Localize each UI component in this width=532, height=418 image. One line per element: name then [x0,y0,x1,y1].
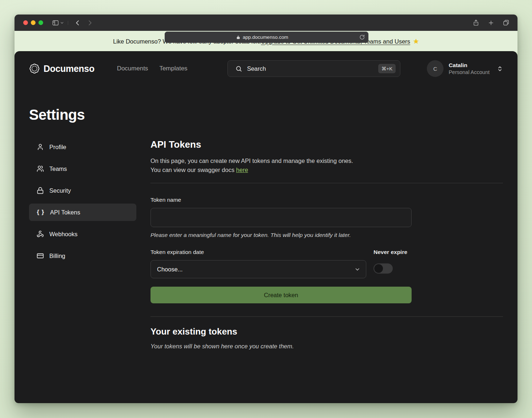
forward-button[interactable] [86,19,94,26]
sidebar-item-label: Billing [49,253,65,259]
search-shortcut-badge: ⌘+K [378,64,396,73]
section-heading: API Tokens [150,139,503,150]
token-name-input[interactable] [150,208,412,227]
sidebar-item-teams[interactable]: Teams [29,160,136,177]
brand[interactable]: Documenso [29,63,94,74]
never-expire-toggle[interactable] [374,263,393,274]
divider [150,183,503,183]
chevron-down-icon[interactable] [60,21,68,25]
sidebar-item-label: Security [49,187,71,194]
brand-name: Documenso [44,63,94,74]
browser-window: app.documenso.com Like Documens [15,15,517,403]
close-window-button[interactable] [23,20,28,25]
token-name-label: Token name [150,197,412,203]
app-header: Documenso Documents Templates Search ⌘+K… [15,51,517,86]
swagger-docs-link[interactable]: here [236,167,248,173]
tab-overview-icon[interactable] [503,19,510,26]
divider [150,316,503,317]
chevron-down-icon [354,266,360,272]
star-icon: ★ [413,37,419,45]
sidebar-item-billing[interactable]: Billing [29,247,136,265]
section-description-line2: You can view our swagger docs [150,167,236,173]
address-bar[interactable]: app.documenso.com [165,32,368,43]
lock-icon [236,35,240,40]
sidebar-toggle-icon[interactable] [52,19,59,26]
search-icon [235,65,242,72]
token-name-help: Please enter a meaningful name for your … [150,232,412,238]
sidebar-item-label: Profile [49,144,66,151]
chevrons-up-down-icon [497,66,503,72]
existing-tokens-section: Your existing tokens Your tokens will be… [150,327,503,350]
credit-card-icon [37,252,44,259]
nav-documents[interactable]: Documents [117,65,148,72]
page-title: Settings [29,107,503,123]
sidebar-item-profile[interactable]: Profile [29,138,136,156]
new-tab-icon[interactable] [488,20,494,26]
api-tokens-panel: API Tokens On this page, you can create … [150,138,503,350]
existing-tokens-empty-text: Your tokens will be shown here once you … [150,343,503,350]
app-page: Documenso Documents Templates Search ⌘+K… [15,51,517,403]
section-description-line1: On this page, you can create new API tok… [150,157,353,164]
create-token-button[interactable]: Create token [150,287,412,303]
minimize-window-button[interactable] [31,20,36,25]
expiration-select[interactable]: Choose... [150,260,366,278]
expiration-selected-value: Choose... [157,266,183,273]
sidebar-item-label: API Tokens [50,209,80,216]
account-name: Catalin [449,62,490,69]
never-expire-label: Never expire [374,249,412,255]
back-button[interactable] [74,19,81,26]
zoom-window-button[interactable] [38,20,43,25]
create-token-form: Token name Please enter a meaningful nam… [150,197,412,303]
avatar: C [427,60,444,77]
users-icon [37,165,44,172]
reload-icon[interactable] [359,34,365,40]
expiration-label: Token expiration date [150,249,366,255]
window-controls [23,20,43,25]
search-placeholder: Search [247,65,374,72]
sidebar-item-api-tokens[interactable]: { } API Tokens [29,204,136,221]
url-text: app.documenso.com [243,34,288,40]
browser-titlebar: app.documenso.com [15,15,517,31]
sidebar-item-label: Webhooks [49,231,78,238]
lock-icon [37,187,44,194]
settings-sidebar: Profile Teams Security { } API Token [29,138,136,350]
sidebar-item-label: Teams [49,165,67,172]
nav-templates[interactable]: Templates [159,65,187,72]
main-nav: Documents Templates [117,65,187,72]
user-icon [37,143,44,151]
sidebar-item-webhooks[interactable]: Webhooks [29,225,136,243]
account-menu[interactable]: C Catalin Personal Account [427,60,503,77]
existing-tokens-heading: Your existing tokens [150,327,503,337]
sidebar-item-security[interactable]: Security [29,182,136,199]
search-input[interactable]: Search ⌘+K [227,60,400,77]
braces-icon: { } [37,209,45,216]
share-icon[interactable] [473,19,479,26]
toggle-knob [374,264,383,273]
account-type: Personal Account [449,69,490,75]
webhook-icon [37,230,44,238]
documenso-logo-icon [29,63,40,74]
